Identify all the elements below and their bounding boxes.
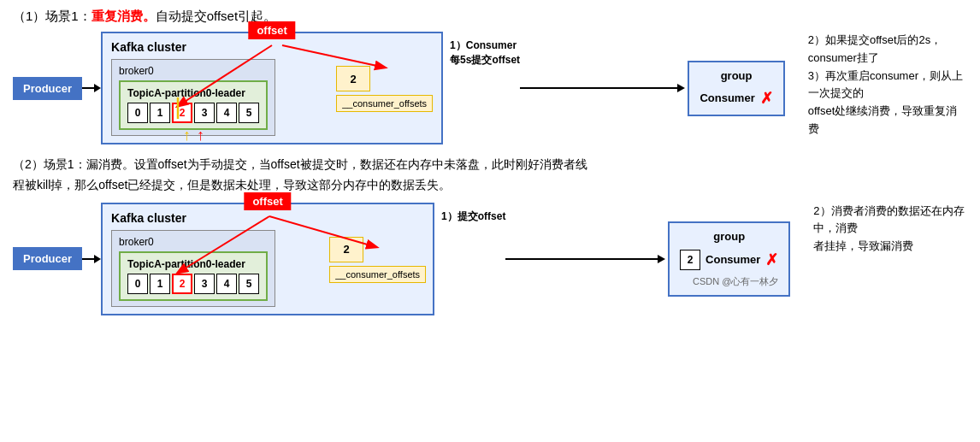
broker-box-2: broker0 TopicA-partition0-leader 0 1 2 3… [111, 230, 275, 307]
scenario2-red: 漏消费。 [86, 157, 134, 171]
consumer-label-1: Consumer [700, 91, 754, 104]
arrowhead-group-2 [658, 255, 665, 263]
cell-1-2: 1 [150, 274, 170, 294]
group-label-1: group [700, 69, 772, 82]
producer-arrow-2 [82, 258, 94, 260]
broker-label-1: broker0 [119, 65, 268, 77]
cell-5-1: 5 [239, 103, 259, 123]
offset-badge-1: offset [248, 21, 295, 39]
partition-box-2: TopicA-partition0-leader 0 1 2 3 4 5 [119, 251, 268, 301]
to-group-arrow-1 [520, 32, 679, 144]
producer-arrow-1 [82, 87, 94, 89]
note3b-1: offset处继续消费，导致重复消费 [808, 103, 967, 138]
right-notes-2: 2）消费者消费的数据还在内存中，消费 者挂掉，导致漏消费 [800, 203, 967, 256]
producer-box-1: Producer [13, 77, 82, 100]
offset-value-2: 2 [329, 237, 363, 262]
annotation1-2: 1）提交offset [441, 209, 505, 224]
cell-0-2: 0 [127, 274, 148, 294]
scenario2-block: Producer Kafka cluster broker0 TopicA-pa… [13, 203, 967, 315]
annotation-area-1: 1）Consumer 每5s提交offset [443, 32, 520, 68]
red-arrow-1: ↑ [197, 127, 204, 144]
annotation1b-1: 每5s提交offset [450, 53, 520, 68]
cell-2-2: 2 [172, 274, 192, 294]
consumer-row-2: 2 Consumer ✗ [680, 250, 778, 270]
partition-label-2: TopicA-partition0-leader [127, 258, 259, 270]
kafka-cluster-1: Kafka cluster broker0 TopicA-partition0-… [101, 32, 443, 144]
scenario1-block: （1）场景1：重复消费。自动提交offset引起。 Producer Kafka… [13, 9, 967, 144]
consumer-label-2: Consumer [705, 253, 760, 266]
note2-1: 2）如果提交offset后的2s，consumer挂了 [808, 32, 967, 68]
kafka-cluster-2: Kafka cluster broker0 TopicA-partition0-… [101, 203, 434, 315]
group-label-2: group [680, 230, 778, 243]
long-arrow-1 [520, 87, 679, 89]
kafka-cluster-label-2: Kafka cluster [111, 211, 424, 225]
consumer-offsets-2: 2 __consumer_offsets [329, 237, 426, 283]
to-group-arrow-2 [505, 203, 659, 315]
scenario1-prefix: （1）场景1： [13, 9, 92, 23]
offsets-label-1: __consumer_offsets [336, 95, 433, 112]
right-notes-1: 2）如果提交offset后的2s，consumer挂了 3）再次重启consum… [795, 32, 967, 138]
cell-4-2: 4 [216, 274, 237, 294]
arrow-head-1 [94, 84, 101, 92]
cell-3-1: 3 [194, 103, 215, 123]
annotation-area-2: 1）提交offset [434, 203, 505, 224]
scenario2-line2: 程被kill掉，那么offset已经提交，但是数据未处理，导致这部分内存中的数据… [13, 178, 451, 192]
yellow-arrow-1: ↑ [183, 127, 191, 144]
scenario1-red: 重复消费。 [92, 9, 156, 23]
scenario2-suffix: 设置offset为手动提交，当offset被提交时，数据还在内存中未落盘，此时刚… [134, 157, 587, 171]
offset-badge-2: offset [244, 192, 291, 210]
x-mark-2: ✗ [765, 250, 778, 269]
partition-box-1: TopicA-partition0-leader 0 1 2 3 4 5 [119, 80, 268, 130]
partition-label-1: TopicA-partition0-leader [127, 87, 259, 99]
broker-label-2: broker0 [119, 236, 268, 248]
cell-0-1: 0 [127, 103, 148, 123]
x-mark-1: ✗ [760, 89, 773, 108]
note2b-2: 者挂掉，导致漏消费 [813, 238, 967, 256]
group-area-1: group Consumer ✗ [688, 61, 784, 116]
cells-row-1: 0 1 2 3 4 5 [127, 103, 259, 123]
kafka-cluster-label-1: Kafka cluster [111, 40, 433, 54]
consumer-offsets-1: 2 __consumer_offsets [336, 66, 433, 112]
scenario1-title: （1）场景1：重复消费。自动提交offset引起。 [13, 9, 967, 25]
producer-box-2: Producer [13, 247, 82, 270]
arrow-head-2 [94, 255, 101, 263]
cell-3-2: 3 [194, 274, 215, 294]
annotation1-1: 1）Consumer [450, 38, 520, 53]
offsets-label-2: __consumer_offsets [329, 266, 426, 283]
cell-2-1: 2 [172, 103, 192, 123]
note2-2: 2）消费者消费的数据还在内存中，消费 [813, 203, 967, 239]
broker-box-1: broker0 TopicA-partition0-leader 0 1 2 3… [111, 59, 275, 136]
cell-4-1: 4 [216, 103, 237, 123]
arrowhead-group-1 [677, 84, 685, 92]
cell-5-2: 5 [239, 274, 259, 294]
consumer-row-1: Consumer ✗ [700, 89, 772, 108]
long-arrow-2 [505, 258, 659, 260]
page: （1）场景1：重复消费。自动提交offset引起。 Producer Kafka… [0, 0, 980, 334]
offset-value-1: 2 [336, 66, 370, 91]
scenario2-title: （2）场景1：漏消费。设置offset为手动提交，当offset被提交时，数据还… [13, 155, 967, 196]
csdn-note: CSDN @心有一林夕 [680, 275, 778, 288]
group-area-2: group 2 Consumer ✗ CSDN @心有一林夕 [668, 221, 790, 297]
cell-1-1: 1 [150, 103, 170, 123]
cells-row-2: 0 1 2 3 4 5 [127, 274, 259, 294]
consumer-num-2: 2 [680, 250, 700, 270]
scenario2-prefix: （2）场景1： [13, 157, 86, 171]
note3-1: 3）再次重启consumer，则从上一次提交的 [808, 68, 967, 103]
